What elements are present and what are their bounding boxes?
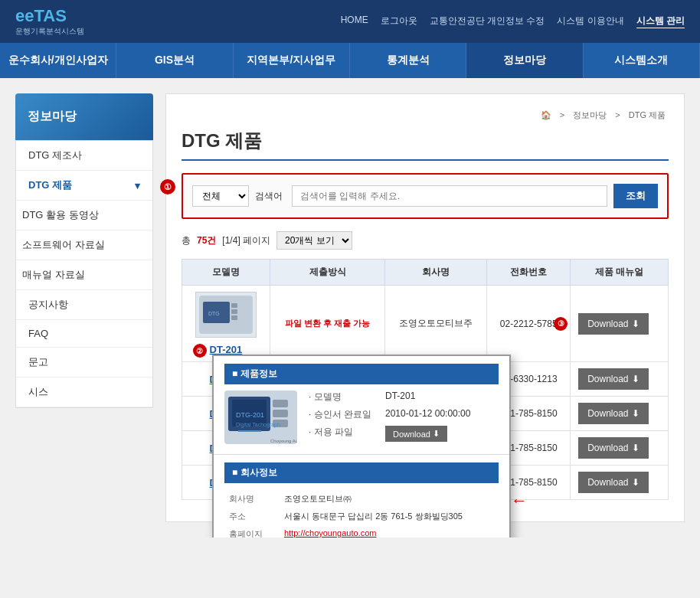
- svg-rect-4: [231, 315, 237, 320]
- sidebar-item-software[interactable]: 소프트웨어 자료실: [16, 230, 152, 260]
- page-title: DTG 제품: [182, 129, 262, 153]
- popup-file-label: · 저용 파일: [309, 426, 385, 442]
- top-navigation: HOME 로그아웃 교통안전공단 개인정보 수정 시스템 이용안내 시스템 관리: [341, 15, 685, 28]
- sidebar-item-dtg-product[interactable]: DTG 제품 ▾: [16, 171, 152, 201]
- col-header-phone: 전화번호: [487, 260, 571, 286]
- search-input[interactable]: [292, 185, 607, 207]
- nav-regional[interactable]: 지역본부/지사업무: [234, 43, 350, 78]
- top-nav-home[interactable]: HOME: [341, 15, 368, 28]
- company-1: 조영오토모티브주: [385, 286, 487, 362]
- result-info: 총 75건 [1/4] 페이지 20개씩 보기 10개씩 보기 30개씩 보기: [182, 231, 669, 250]
- sidebar-item-mungo[interactable]: 문고: [16, 348, 152, 377]
- download-button-4[interactable]: Download ⬇: [578, 437, 648, 459]
- download-button-2[interactable]: Download ⬇: [578, 368, 648, 390]
- download-icon-1: ⬇: [632, 319, 639, 329]
- svg-text:Choyoung Automotive Co.,Ltd.: Choyoung Automotive Co.,Ltd.: [270, 439, 297, 443]
- homepage-label: 홈페이지: [226, 526, 280, 538]
- svg-rect-10: [273, 410, 288, 417]
- nav-gis[interactable]: GIS분석: [116, 43, 233, 78]
- company-name-label: 회사명: [226, 491, 280, 507]
- sidebar-item-dtg-video[interactable]: DTG 활용 동영상: [16, 201, 152, 230]
- per-page-select[interactable]: 20개씩 보기 10개씩 보기 30개씩 보기: [276, 231, 352, 250]
- result-page-label: [1/4] 페이지: [222, 234, 270, 247]
- col-header-model: 모델명: [182, 260, 270, 286]
- top-nav-logout[interactable]: 로그아웃: [381, 15, 417, 28]
- top-nav-admin[interactable]: 시스템 관리: [636, 15, 685, 28]
- breadcrumb-separator2: >: [615, 110, 620, 119]
- sidebar-item-sis[interactable]: 시스: [16, 377, 152, 407]
- company-info-row: 회사명 조영오토모티브㈜: [226, 491, 497, 507]
- popup-company-section: ■ 회사정보 회사명 조영오토모티브㈜ 주소 서울시 동대문구 답십리 2동 7…: [214, 455, 509, 538]
- sidebar-item-manual[interactable]: 매뉴얼 자료실: [16, 260, 152, 290]
- download-cell-1: ③ Download ⬇: [571, 286, 669, 362]
- homepage-row: 홈페이지 http://choyoungauto.com: [226, 526, 497, 538]
- download-icon-4: ⬇: [632, 443, 639, 453]
- download-button-1[interactable]: Download ⬇: [578, 313, 648, 335]
- product-detail-popup: ■ 제품정보 DTG-201 Digital Tachograph: [212, 355, 511, 538]
- breadcrumb-current: DTG 제품: [629, 110, 666, 119]
- nav-system[interactable]: 시스템소개: [584, 43, 700, 78]
- nav-transport[interactable]: 운수회사/개인사업자: [0, 43, 116, 78]
- popup-product-image: DTG-201 Digital Tachograph Choyoung Auto…: [224, 390, 301, 446]
- submit-method-1: 파일 변환 후 재출 가능: [270, 286, 384, 362]
- download-cell-5: Download ⬇: [571, 466, 669, 500]
- popup-company-table: 회사명 조영오토모티브㈜ 주소 서울시 동대문구 답십리 2동 761-5 쌍화…: [224, 489, 499, 538]
- breadcrumb-section: 정보마당: [573, 110, 607, 119]
- logo: eeTAS 운행기록분석시스템: [15, 6, 84, 37]
- top-header: eeTAS 운행기록분석시스템 HOME 로그아웃 교통안전공단 개인정보 수정…: [0, 0, 700, 43]
- svg-rect-14: [238, 430, 261, 432]
- breadcrumb: 🏠 > 정보마당 > DTG 제품: [182, 109, 669, 121]
- breadcrumb-home-icon: 🏠: [541, 110, 551, 119]
- table-row: DTG ② DT-201 파일 변환 후 재출: [182, 286, 669, 362]
- svg-rect-2: [231, 303, 237, 308]
- nav-stats[interactable]: 통계분석: [350, 43, 466, 78]
- svg-text:DTG: DTG: [208, 311, 220, 316]
- homepage-link[interactable]: http://choyoungauto.com: [284, 528, 376, 538]
- result-count: 75건: [197, 234, 216, 247]
- sidebar-header: 정보마당: [15, 93, 153, 140]
- breadcrumb-separator: >: [560, 110, 564, 119]
- search-keyword-label: 검색어: [255, 190, 283, 203]
- search-button[interactable]: 조회: [613, 184, 658, 208]
- top-nav-guide[interactable]: 시스템 이용안내: [557, 15, 623, 28]
- popup-download-icon: ⬇: [433, 429, 440, 439]
- col-header-company: 회사명: [385, 260, 487, 286]
- annotation-3: ③: [554, 317, 568, 331]
- search-box: 전체 모델명 회사명 검색어 조회: [182, 173, 669, 219]
- svg-text:Digital Tachograph: Digital Tachograph: [236, 422, 280, 428]
- download-cell-3: Download ⬇: [571, 397, 669, 431]
- product-image: DTG: [195, 292, 257, 338]
- col-header-manual: 제품 매뉴얼: [571, 260, 669, 286]
- sidebar-item-notice[interactable]: 공지사항: [16, 290, 152, 320]
- nav-info[interactable]: 정보마당: [466, 43, 583, 78]
- popup-arrow: ←: [511, 491, 528, 511]
- sidebar-menu: DTG 제조사 DTG 제품 ▾ DTG 활용 동영상 소프트웨어 자료실 매뉴…: [15, 140, 153, 408]
- popup-company-title: ■ 회사정보: [224, 462, 499, 483]
- popup-download-button[interactable]: Download ⬇: [385, 426, 447, 442]
- main-content: 🏠 > 정보마당 > DTG 제품 DTG 제품 ① 전체 모델명 회사명 검색…: [165, 93, 685, 522]
- svg-rect-3: [231, 309, 237, 314]
- download-icon-2: ⬇: [632, 374, 639, 384]
- search-filter-select[interactable]: 전체 모델명 회사명: [192, 185, 249, 207]
- svg-rect-9: [273, 400, 288, 407]
- download-button-5[interactable]: Download ⬇: [578, 472, 648, 493]
- product-link-1[interactable]: DT-201: [210, 344, 243, 355]
- download-button-3[interactable]: Download ⬇: [578, 403, 648, 424]
- popup-model-label: · 모델명: [309, 390, 385, 404]
- address-row: 주소 서울시 동대문구 답십리 2동 761-5 쌍화빌딩305: [226, 508, 497, 524]
- popup-product-details: · 모델명 DT-201 · 승인서 완료일 2010-01-12 00:00:…: [309, 390, 499, 446]
- annotation-2: ②: [193, 344, 207, 358]
- top-nav-profile[interactable]: 교통안전공단 개인정보 수정: [430, 15, 545, 28]
- sidebar: 정보마당 DTG 제조사 DTG 제품 ▾ DTG 활용 동영상 소프트웨어 자…: [15, 93, 153, 522]
- sidebar-item-faq[interactable]: FAQ: [16, 320, 152, 348]
- col-header-submit: 제출방식: [270, 260, 384, 286]
- company-name-value: 조영오토모티브㈜: [281, 491, 497, 507]
- popup-model-value: DT-201: [385, 390, 499, 404]
- content-wrapper: 정보마당 DTG 제조사 DTG 제품 ▾ DTG 활용 동영상 소프트웨어 자…: [0, 78, 700, 538]
- popup-product-title: ■ 제품정보: [224, 364, 499, 384]
- popup-date-value: 2010-01-12 00:00:00: [385, 408, 499, 421]
- download-icon-3: ⬇: [632, 408, 639, 419]
- sidebar-item-dtg-manufacturer[interactable]: DTG 제조사: [16, 141, 152, 171]
- popup-product-section: ■ 제품정보 DTG-201 Digital Tachograph: [214, 356, 509, 455]
- popup-date-label: · 승인서 완료일: [309, 408, 385, 421]
